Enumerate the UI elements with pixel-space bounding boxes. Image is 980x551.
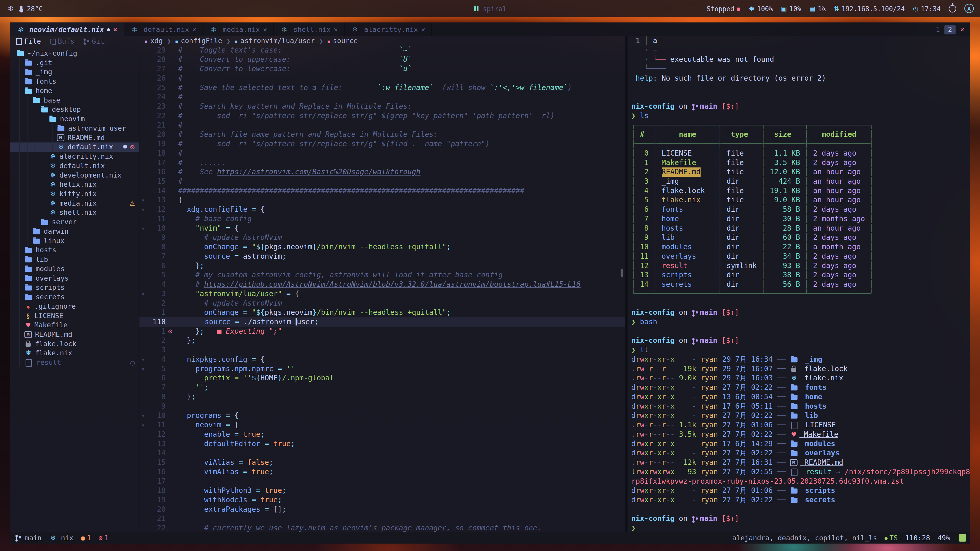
breadcrumb-configFile[interactable]: ▪configFile (175, 37, 222, 45)
editor-line[interactable]: 26# (139, 74, 625, 83)
tree-item-fonts[interactable]: fonts (10, 77, 138, 86)
tree-item-default.nix[interactable]: ❄default.nix●⊗ (10, 142, 138, 152)
editor-line[interactable]: 17 (139, 477, 625, 486)
clock-widget[interactable]: ◷ 17:34 (913, 5, 941, 12)
editor-line[interactable]: 7 ''; (139, 383, 625, 392)
tab-number-1[interactable]: 1 (935, 25, 940, 33)
editor-line[interactable]: 22# sed -ri "s/pattern_str/replace_str/g… (139, 111, 625, 121)
breadcrumb-xdg[interactable]: ▪xdg (145, 37, 163, 45)
editor-line[interactable]: 21 (139, 514, 625, 524)
cpu-widget[interactable]: ▣ 10% (781, 5, 801, 12)
editor-line[interactable]: 27# Convert to lowercase: `u` (139, 64, 625, 74)
editor-line[interactable]: ▾10 programs = { (139, 411, 625, 421)
editor-line[interactable]: 12 enable = true; (139, 430, 625, 439)
editor-line[interactable]: ▾11 neovim = { (139, 421, 625, 430)
editor-line[interactable]: ▾4 nixpkgs.config = { (139, 355, 625, 364)
tab-close-icon[interactable]: × (421, 25, 425, 33)
tab-alacritty.nix[interactable]: ❄alacritty.nix× (345, 22, 432, 36)
breadcrumb-astronvim/lua/user[interactable]: ▪astronvim/lua/user (234, 37, 315, 45)
editor-line[interactable]: 7 source = astronvim; (139, 252, 625, 261)
tab-shell.nix[interactable]: ❄shell.nix× (274, 22, 345, 36)
editor-line[interactable]: ▾13{ (139, 196, 625, 205)
editor-line[interactable]: 14######################################… (139, 186, 625, 196)
tab-close-icon[interactable]: × (334, 25, 338, 33)
tree-item-neovim[interactable]: neovim (10, 114, 138, 124)
tree-item-result[interactable]: result○ (10, 358, 138, 367)
editor-line[interactable]: 2 }; (139, 336, 625, 346)
editor-line[interactable]: 16 vimAlias = true; (139, 467, 625, 477)
editor-line[interactable]: 29# Toggle text's case: `~` (139, 46, 625, 55)
tree-item-kitty.nix[interactable]: ❄kitty.nix (10, 189, 138, 199)
editor-line[interactable]: 21# (139, 121, 625, 130)
editor-line[interactable]: 9 # update AstroNvim (139, 233, 625, 242)
editor-line[interactable]: 4 # https://github.com/AstroNvim/AstroNv… (139, 280, 625, 289)
tree-item-media.nix[interactable]: ❄media.nix⚠ (10, 199, 138, 208)
tree-item-hosts[interactable]: hosts (10, 245, 138, 255)
editor-scrollbar[interactable] (620, 268, 623, 277)
editor-line[interactable]: 6 }; (139, 261, 625, 271)
tree-item-shell.nix[interactable]: ❄shell.nix (10, 208, 138, 218)
editor-line[interactable]: 8 }; (139, 392, 625, 402)
tab-neovim/default.nix[interactable]: ❄neovim/default.nix●× (10, 22, 124, 36)
editor-line[interactable]: 5 # my cusotom astronvim config, astronv… (139, 270, 625, 280)
nixos-logo-icon[interactable]: ❄ (7, 4, 14, 13)
tree-item-darwin[interactable]: darwin (10, 227, 138, 236)
tab-close-icon[interactable]: × (263, 25, 267, 33)
terminal-panel[interactable]: 1 │ a · ┬ · ╰── executable was not found… (628, 36, 970, 532)
network-widget[interactable]: ⇅ 192.168.5.100/24 (834, 5, 905, 12)
editor-line[interactable]: 28# Convert to uppercase: `U` (139, 55, 625, 65)
tree-item-home[interactable]: home (10, 86, 138, 96)
tree-item-default.nix[interactable]: ❄default.nix (10, 161, 138, 171)
tree-item-desktop[interactable]: desktop (10, 105, 138, 114)
memory-widget[interactable]: ▤ 1% (809, 5, 826, 12)
tree-item-README.md[interactable]: MREADME.md (10, 330, 138, 339)
neotree-tab-git[interactable]: Git (83, 38, 104, 46)
tree-item-LICENSE[interactable]: §LICENSE (10, 311, 138, 321)
tree-item-Makefile[interactable]: ♥Makefile (10, 321, 138, 330)
tab-close-icon[interactable]: × (192, 25, 196, 33)
tab-default.nix[interactable]: ❄default.nix× (124, 22, 204, 36)
media-widget[interactable]: spiral (473, 5, 507, 12)
breadcrumb-source[interactable]: ▪source (327, 37, 358, 45)
tree-item-.git[interactable]: .git (10, 58, 138, 68)
neotree-tab-file[interactable]: File (16, 38, 41, 46)
editor-terminal-separator[interactable] (625, 36, 628, 532)
editor-line[interactable]: ▾5 programs.npm.npmrc = '' (139, 364, 625, 374)
editor-line[interactable]: ▾12 xdg.configFile = { (139, 205, 625, 214)
editor-line[interactable]: 11 # base config (139, 214, 625, 224)
editor-line[interactable]: 2 # update AstroNvim (139, 299, 625, 308)
power-icon[interactable] (949, 5, 956, 12)
tree-item-server[interactable]: server (10, 218, 138, 227)
filetype-indicator[interactable]: ❄ nix (49, 534, 73, 542)
editor-line[interactable]: 19# sed -ri "s/pattern_str/replace_str/g… (139, 139, 625, 149)
editor-line[interactable]: 13 defaultEditor = true; (139, 439, 625, 449)
tree-item-flake.nix[interactable]: ❄flake.nix (10, 349, 138, 358)
tab-media.nix[interactable]: ❄media.nix× (203, 22, 274, 36)
tree-item-~/nix-config[interactable]: ~/nix-config (10, 49, 138, 58)
tree-item-secrets[interactable]: secrets (10, 292, 138, 302)
editor-line[interactable]: 16# See https://astronvim.com/Basic%20Us… (139, 167, 625, 177)
tree-item-lib[interactable]: lib (10, 255, 138, 264)
tree-item-astronvim_user[interactable]: astronvim_user (10, 124, 138, 133)
editor-line[interactable]: 19 withNodeJs = true; (139, 495, 625, 505)
tree-item-flake.lock[interactable]: flake.lock (10, 339, 138, 349)
editor-line[interactable]: 22 # currently we use lazy.nvim as neovi… (139, 524, 625, 532)
tree-item-development.nix[interactable]: ❄development.nix (10, 171, 138, 180)
editor-line[interactable]: 15 viAlias = false; (139, 458, 625, 467)
editor-line[interactable]: 1⊗ }; ■ Expecting ";" (139, 327, 625, 336)
tab-close-icon[interactable]: × (113, 25, 117, 33)
recording-status-widget[interactable]: Stopped ■ (707, 5, 740, 12)
tree-item-_img[interactable]: _img (10, 67, 138, 77)
tree-item-README.md[interactable]: MREADME.md (10, 133, 138, 143)
tab-number-2[interactable]: 2 (944, 25, 956, 34)
editor-line[interactable]: ▾10 "nvim" = { (139, 224, 625, 233)
editor-panel[interactable]: ▪xdg❯▪configFile❯▪astronvim/lua/user❯▪so… (139, 36, 625, 532)
editor-line[interactable]: 9 (139, 402, 625, 411)
neotree-tab-bufs[interactable]: Bufs (50, 38, 75, 46)
keyboard-layout-indicator[interactable]: A (964, 4, 974, 13)
tree-item-.gitignore[interactable]: ◆.gitignore (10, 302, 138, 311)
tree-item-alacritty.nix[interactable]: ❄alacritty.nix (10, 152, 138, 161)
editor-line[interactable]: 18 withPython3 = true; (139, 486, 625, 495)
tree-item-base[interactable]: base (10, 96, 138, 105)
tabline-close-icon[interactable]: × (960, 25, 964, 33)
